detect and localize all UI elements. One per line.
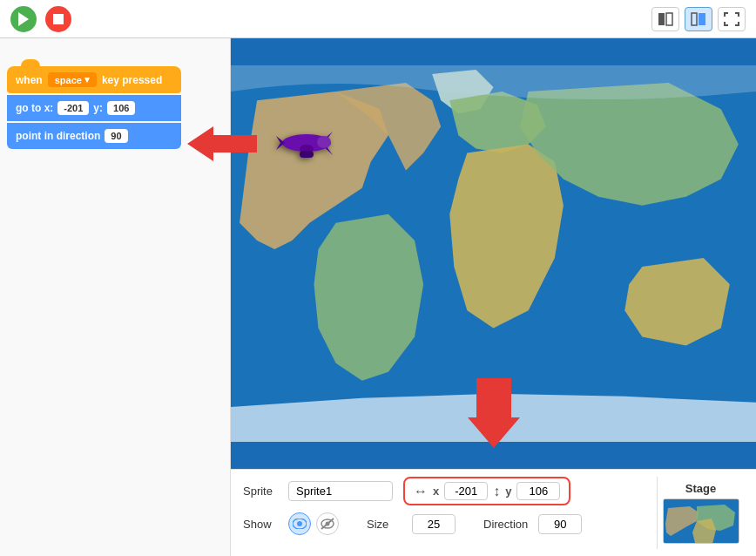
green-flag-button[interactable]	[10, 6, 37, 32]
direction-field[interactable]: 90	[538, 514, 582, 534]
stage-area: Sprite Sprite1 ↔ x -201 ↕ y	[231, 38, 756, 556]
svg-point-9	[317, 136, 331, 148]
key-dropdown-value: space	[55, 75, 82, 85]
coord-group: ↔ x -201 ↕ y 106	[403, 477, 570, 505]
go-to-block: go to x: -201 y: 106	[7, 95, 181, 121]
event-when-label: when	[16, 74, 43, 86]
motion1-y-label: y:	[93, 102, 103, 114]
svg-rect-2	[658, 13, 665, 25]
dropdown-arrow-icon: ▾	[84, 74, 90, 85]
svg-marker-12	[468, 378, 520, 448]
main-content: when space ▾ key pressed go to x: -201 y…	[0, 38, 756, 556]
top-toolbar	[0, 0, 756, 38]
x-label: x	[433, 485, 439, 498]
size-label: Size	[367, 518, 402, 531]
stage-thumbnail[interactable]	[663, 498, 739, 544]
stage-canvas	[231, 38, 756, 469]
svg-marker-6	[187, 126, 257, 161]
key-pressed-label: key pressed	[102, 74, 162, 86]
show-visible-button[interactable]	[288, 512, 311, 535]
show-label: Show	[243, 518, 278, 531]
toolbar-left	[10, 6, 71, 32]
y-axis-icon: ↕	[493, 484, 500, 499]
svg-rect-3	[666, 13, 672, 25]
sprite-row: Sprite Sprite1 ↔ x -201 ↕ y	[243, 477, 657, 505]
bottom-bar: Sprite Sprite1 ↔ x -201 ↕ y	[231, 469, 756, 556]
show-hidden-button[interactable]	[316, 512, 339, 535]
svg-point-14	[297, 521, 302, 526]
sprite-name-field[interactable]: Sprite1	[288, 481, 393, 501]
size-value: 25	[428, 518, 440, 531]
y-value-field[interactable]: 106	[516, 482, 560, 500]
down-arrow-indicator	[468, 378, 520, 451]
fullscreen-button[interactable]	[718, 7, 746, 31]
svg-marker-0	[18, 12, 29, 26]
stop-button[interactable]	[45, 6, 71, 32]
svg-rect-4	[692, 13, 697, 25]
sprite-info-panel: Sprite Sprite1 ↔ x -201 ↕ y	[243, 477, 657, 549]
stage-panel: Stage	[657, 477, 744, 549]
stage-label: Stage	[663, 482, 739, 495]
left-arrow-indicator	[187, 126, 257, 165]
direction-value: 90	[554, 518, 566, 531]
svg-rect-11	[300, 151, 314, 158]
size-field[interactable]: 25	[412, 514, 456, 534]
y-value: 106	[530, 485, 549, 498]
block-x-value[interactable]: -201	[57, 101, 89, 115]
toolbar-right	[651, 7, 746, 31]
x-axis-icon: ↔	[414, 484, 428, 499]
svg-point-17	[326, 522, 330, 526]
point-direction-block: point in direction 90	[7, 123, 181, 149]
details-row: Show	[243, 512, 657, 535]
block-direction-value[interactable]: 90	[105, 129, 127, 143]
normal-stage-button[interactable]	[685, 7, 712, 31]
x-value-field[interactable]: -201	[444, 482, 488, 500]
y-label: y	[505, 485, 511, 498]
motion1-label: go to x:	[16, 102, 53, 114]
motion2-label: point in direction	[16, 130, 100, 142]
direction-label: Direction	[483, 518, 528, 531]
airplane-sprite	[276, 119, 337, 162]
sprite-name-value: Sprite1	[296, 485, 332, 498]
svg-rect-1	[53, 14, 64, 24]
block-y-value[interactable]: 106	[107, 101, 135, 115]
sprite-label: Sprite	[243, 485, 278, 498]
blocks-panel: when space ▾ key pressed go to x: -201 y…	[0, 38, 231, 556]
narrow-stage-button[interactable]	[651, 7, 679, 31]
key-dropdown[interactable]: space ▾	[48, 72, 97, 87]
x-value: -201	[455, 485, 477, 498]
svg-rect-5	[699, 13, 705, 25]
show-icons	[288, 512, 339, 535]
